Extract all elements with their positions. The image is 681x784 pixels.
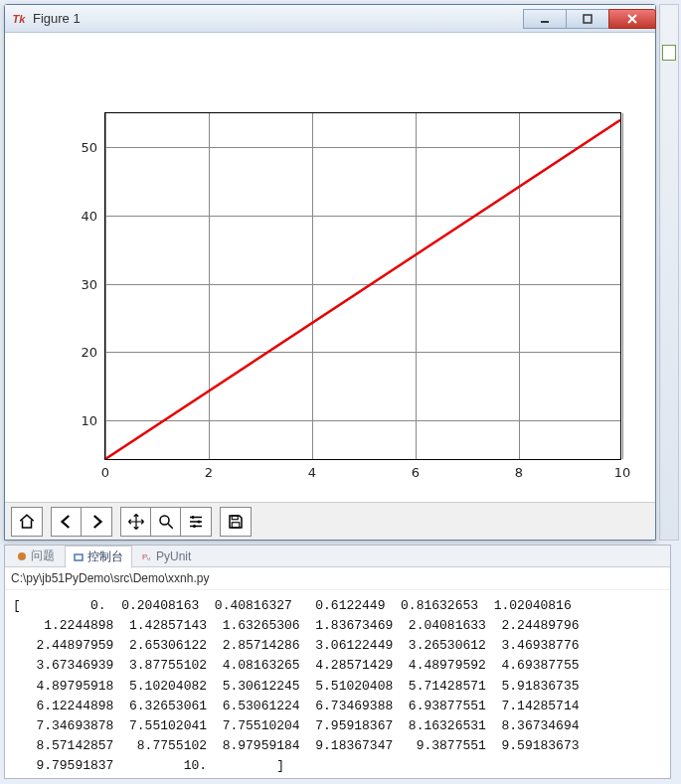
svg-point-15	[18, 552, 26, 560]
figure-window: Tk Figure 1 02468101020304050	[4, 4, 656, 541]
tab-pyunit-label: PyUnit	[156, 549, 191, 563]
minimize-button[interactable]	[523, 9, 567, 29]
grid-v	[622, 113, 623, 459]
back-button[interactable]	[52, 508, 82, 536]
console-tabs: 问题 控制台 Pᵤ PyUnit	[5, 546, 670, 567]
figure-canvas[interactable]: 02468101020304050	[5, 33, 655, 502]
zoom-button[interactable]	[151, 508, 181, 536]
xtick-label: 4	[308, 465, 316, 480]
matplotlib-toolbar	[5, 502, 655, 540]
plot-axes: 02468101020304050	[104, 112, 621, 460]
forward-button[interactable]	[82, 508, 111, 536]
svg-text:Pᵤ: Pᵤ	[142, 552, 150, 561]
svg-line-6	[168, 524, 173, 529]
xtick-label: 6	[412, 465, 420, 480]
pan-button[interactable]	[121, 508, 151, 536]
ytick-label: 20	[81, 345, 97, 360]
xtick-label: 0	[101, 465, 109, 480]
xtick-label: 2	[205, 465, 213, 480]
tk-icon: Tk	[11, 11, 27, 27]
file-icon	[662, 45, 676, 61]
xtick-label: 10	[614, 465, 631, 480]
ytick-label: 10	[81, 412, 97, 427]
ytick-label: 30	[81, 276, 97, 291]
tab-problems[interactable]: 问题	[9, 546, 63, 566]
console-path: C:\py\jb51PyDemo\src\Demo\xxnh.py	[5, 567, 670, 590]
window-buttons	[523, 9, 655, 29]
save-button[interactable]	[221, 508, 251, 536]
tab-console-label: 控制台	[87, 549, 123, 565]
ytick-label: 50	[81, 140, 97, 155]
window-title: Figure 1	[33, 11, 81, 26]
tab-pyunit[interactable]: Pᵤ PyUnit	[134, 548, 199, 565]
close-button[interactable]	[608, 9, 656, 29]
svg-point-5	[160, 516, 169, 525]
xtick-label: 8	[515, 465, 523, 480]
configure-button[interactable]	[181, 508, 211, 536]
home-button[interactable]	[12, 508, 42, 536]
console-panel: 问题 控制台 Pᵤ PyUnit C:\py\jb51PyDemo\src\De…	[4, 545, 671, 779]
svg-rect-1	[584, 15, 592, 23]
svg-rect-16	[75, 554, 83, 560]
line-plot	[105, 113, 620, 459]
titlebar[interactable]: Tk Figure 1	[5, 5, 655, 33]
svg-rect-13	[232, 516, 238, 520]
tab-problems-label: 问题	[31, 548, 55, 564]
svg-point-11	[198, 520, 201, 523]
svg-point-12	[193, 525, 196, 528]
svg-line-4	[105, 120, 620, 459]
maximize-button[interactable]	[566, 9, 609, 29]
tab-console[interactable]: 控制台	[65, 546, 132, 568]
svg-point-10	[192, 516, 195, 519]
svg-rect-14	[232, 522, 240, 527]
console-output[interactable]: [ 0. 0.20408163 0.40816327 0.6122449 0.8…	[5, 590, 670, 782]
ytick-label: 40	[81, 208, 97, 223]
right-gutter	[659, 4, 679, 541]
